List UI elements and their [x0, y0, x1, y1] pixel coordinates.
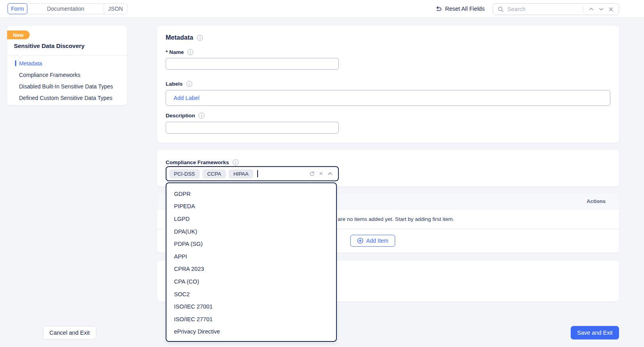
dropdown-option[interactable]: DPA(UK) — [166, 225, 336, 238]
empty-state-text: There are no items added yet. Start by a… — [322, 216, 454, 222]
dropdown-option[interactable]: GDPR — [166, 188, 336, 200]
dropdown-option[interactable]: PDPA (SG) — [166, 238, 336, 250]
description-label: Description — [166, 113, 195, 119]
new-badge: New — [7, 31, 30, 39]
reset-all-fields-label: Reset All Fields — [445, 6, 485, 12]
compliance-card: Compliance Frameworks PCI-DSS CCPA HIPAA… — [157, 150, 619, 186]
sidebar-card: New Sensitive Data Discovery Metadata Co… — [7, 26, 127, 105]
name-input[interactable] — [166, 58, 339, 70]
cancel-and-exit-button[interactable]: Cancel and Exit — [43, 326, 96, 339]
clear-selection-icon[interactable]: × — [318, 171, 324, 177]
dropdown-option[interactable]: LGPD — [166, 213, 336, 225]
info-icon[interactable] — [199, 113, 204, 119]
chevron-up-icon[interactable] — [327, 171, 333, 177]
dropdown-option[interactable]: ISO/IEC 27001 — [166, 300, 336, 313]
view-tabs: Form Documentation JSON — [8, 3, 127, 14]
description-input[interactable] — [166, 122, 339, 134]
info-icon[interactable] — [197, 35, 203, 41]
search-prev-chevron-up-icon[interactable] — [588, 6, 594, 13]
metadata-card: Metadata * Name Labels Add Label Descrip… — [157, 26, 619, 143]
dropdown-option[interactable]: SOC2 — [166, 288, 336, 301]
dropdown-option[interactable]: CPA (CO) — [166, 275, 336, 288]
tab-form[interactable]: Form — [8, 3, 27, 14]
app-root: Form Documentation JSON Reset All Fields — [0, 0, 644, 347]
selected-tag[interactable]: HIPAA — [229, 169, 253, 178]
tab-json[interactable]: JSON — [104, 3, 127, 14]
dropdown-option[interactable]: APPI — [166, 250, 336, 263]
add-item-button[interactable]: Add Item — [350, 235, 395, 247]
text-caret — [257, 170, 258, 177]
tab-documentation[interactable]: Documentation — [27, 3, 104, 14]
info-icon[interactable] — [186, 81, 192, 87]
sidebar-divider — [7, 55, 127, 56]
compliance-frameworks-label: Compliance Frameworks — [166, 159, 229, 165]
dropdown-option[interactable]: CPRA 2023 — [166, 263, 336, 276]
top-bar: Form Documentation JSON Reset All Fields — [0, 0, 644, 17]
dropdown-option[interactable]: ISO/IEC 27701 — [166, 313, 336, 326]
search-close-icon[interactable] — [608, 6, 614, 13]
dropdown-option[interactable]: ePrivacy Directive — [166, 326, 336, 338]
compliance-multiselect[interactable]: PCI-DSS CCPA HIPAA × — [166, 166, 339, 181]
sidebar-item-disabled-built-in-types[interactable]: Disabled Built-In Sensitive Data Types — [19, 83, 113, 90]
undo-icon — [435, 6, 442, 12]
labels-box: Add Label — [166, 90, 610, 106]
sidebar-item-compliance-frameworks[interactable]: Compliance Frameworks — [19, 72, 80, 78]
sidebar-title: Sensitive Data Discovery — [14, 42, 84, 49]
search-divider — [583, 6, 583, 12]
info-icon[interactable] — [233, 159, 239, 165]
refresh-icon[interactable] — [309, 171, 315, 177]
dropdown-option[interactable]: PIPEDA — [166, 200, 336, 213]
reset-all-fields-button[interactable]: Reset All Fields — [435, 4, 485, 13]
sidebar-item-metadata[interactable]: Metadata — [19, 60, 42, 67]
save-and-exit-button[interactable]: Save and Exit — [571, 326, 619, 339]
active-item-indicator — [15, 60, 16, 66]
selected-tag[interactable]: CCPA — [203, 169, 226, 178]
selected-tag[interactable]: PCI-DSS — [169, 169, 200, 178]
plus-circle-icon — [357, 238, 363, 244]
actions-column-header: Actions — [587, 198, 606, 204]
add-item-label: Add Item — [366, 238, 388, 244]
sidebar-item-defined-custom-types[interactable]: Defined Custom Sensitive Data Types — [19, 95, 113, 101]
compliance-dropdown: GDPR PIPEDA LGPD DPA(UK) PDPA (SG) APPI … — [166, 182, 337, 342]
metadata-section-title: Metadata — [166, 34, 193, 41]
search-box — [493, 3, 619, 15]
search-input[interactable] — [507, 6, 579, 12]
info-icon[interactable] — [187, 49, 193, 55]
search-next-chevron-down-icon[interactable] — [598, 6, 604, 13]
add-label-button[interactable]: Add Label — [174, 95, 199, 101]
name-label: * Name — [166, 49, 184, 55]
divider-notch-icon — [17, 52, 23, 58]
search-icon — [497, 6, 504, 13]
labels-label: Labels — [166, 81, 183, 87]
